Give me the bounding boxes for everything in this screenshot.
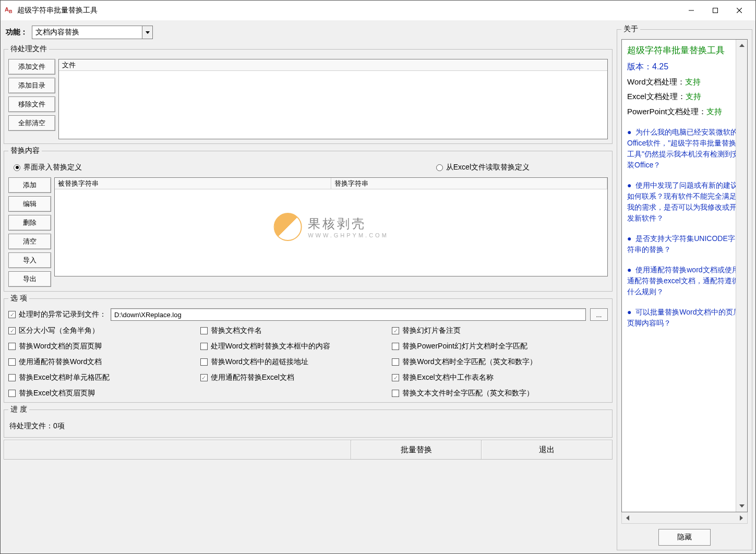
clear-rules-button[interactable]: 清空 xyxy=(8,234,51,249)
chk-excel-cell-match[interactable]: 替换Excel文档时单元格匹配 xyxy=(8,373,196,382)
chk-label: 替换PowerPoint幻灯片文档时全字匹配 xyxy=(402,342,527,351)
chk-replace-notes[interactable]: 替换幻灯片备注页 xyxy=(392,326,608,335)
chk-excel-header-footer[interactable]: 替换Excel文档页眉页脚 xyxy=(8,389,196,398)
import-rules-button[interactable]: 导入 xyxy=(8,252,51,268)
delete-rule-button[interactable]: 删除 xyxy=(8,215,51,231)
horizontal-scrollbar[interactable] xyxy=(621,512,748,524)
right-pane: 关于 超级字符串批量替换工具 版本：4.25 Word文档处理：支持 Excel… xyxy=(617,25,752,550)
faq-link-5[interactable]: ● 可以批量替换Word文档中的页眉页脚内容吗？ xyxy=(627,307,742,329)
add-dir-button[interactable]: 添加目录 xyxy=(8,78,55,93)
checkbox-icon xyxy=(8,390,16,397)
titlebar: AB 超级字符串批量替换工具 xyxy=(1,1,755,20)
chk-word-textbox[interactable]: 处理Word文档时替换文本框中的内容 xyxy=(200,342,388,351)
about-word: Word文档处理：支持 xyxy=(627,76,742,88)
browse-button[interactable]: ... xyxy=(590,308,608,321)
faq-link-4[interactable]: ● 使用通配符替换word文档或使用通配符替换excel文档，通配符遵循什么规则… xyxy=(627,264,742,297)
scroll-left-icon[interactable] xyxy=(622,512,633,523)
radio-icon xyxy=(14,164,20,171)
chk-label: 替换文本文件时全字匹配（英文和数字） xyxy=(402,389,534,398)
scroll-right-icon[interactable] xyxy=(736,512,747,523)
files-group: 待处理文件 添加文件 添加目录 移除文件 全部清空 文件 xyxy=(4,44,613,144)
chk-label: 替换Excel文档页眉页脚 xyxy=(19,389,95,398)
chk-label: 使用通配符替换Excel文档 xyxy=(211,373,294,382)
chk-label: 替换幻灯片备注页 xyxy=(402,326,461,335)
maximize-button[interactable] xyxy=(703,3,727,18)
about-title: 超级字符串批量替换工具 xyxy=(627,44,742,57)
chk-ppt-whole-word[interactable]: 替换PowerPoint幻灯片文档时全字匹配 xyxy=(392,342,608,351)
export-rules-button[interactable]: 导出 xyxy=(8,271,51,287)
add-rule-button[interactable]: 添加 xyxy=(8,177,51,193)
chk-text-whole-word[interactable]: 替换文本文件时全字匹配（英文和数字） xyxy=(392,389,608,398)
checkbox-icon xyxy=(392,358,399,366)
replace-table[interactable]: 被替换字符串 替换字符串 果核剥壳 WWW.GHPYM.COM xyxy=(54,177,608,276)
faq-link-1[interactable]: ● 为什么我的电脑已经安装微软的Office软件，"超级字符串批量替换工具"仍然… xyxy=(627,127,742,171)
radio-excel-input[interactable]: 从Excel文件读取替换定义 xyxy=(436,163,530,172)
replace-buttons: 添加 编辑 删除 清空 导入 导出 xyxy=(8,177,51,287)
radio-ui-input[interactable]: 界面录入替换定义 xyxy=(14,163,82,172)
chk-label: 区分大小写（全角半角） xyxy=(19,326,99,335)
edit-rule-button[interactable]: 编辑 xyxy=(8,196,51,212)
minimize-button[interactable] xyxy=(679,3,703,18)
empty-cell xyxy=(200,389,388,398)
chk-case-sensitive[interactable]: 区分大小写（全角半角） xyxy=(8,326,196,335)
chk-label: 使用通配符替换Word文档 xyxy=(19,357,102,367)
add-file-button[interactable]: 添加文件 xyxy=(8,59,55,75)
chk-word-wildcard[interactable]: 使用通配符替换Word文档 xyxy=(8,357,196,367)
scroll-track[interactable] xyxy=(736,51,747,500)
faq-link-2[interactable]: ● 使用中发现了问题或有新的建议如何联系？现有软件不能完全满足我的需求，是否可以… xyxy=(627,180,742,224)
watermark: 果核剥壳 WWW.GHPYM.COM xyxy=(273,213,389,241)
col-find[interactable]: 被替换字符串 xyxy=(55,178,331,189)
vertical-scrollbar[interactable] xyxy=(736,40,747,512)
batch-replace-button[interactable]: 批量替换 xyxy=(351,440,482,459)
left-pane: 功能： 文档内容替换 待处理文件 添加文件 添加目录 移除文件 全部清空 xyxy=(4,25,613,550)
faq-link-3[interactable]: ● 是否支持大字符集UNICODE字符串的替换？ xyxy=(627,233,742,255)
chk-word-whole-word[interactable]: 替换Word文档时全字匹配（英文和数字） xyxy=(392,357,608,367)
checkbox-icon xyxy=(392,374,399,381)
checkbox-icon xyxy=(200,374,208,381)
scroll-down-icon[interactable] xyxy=(736,500,747,512)
checkbox-icon xyxy=(8,374,16,381)
files-legend: 待处理文件 xyxy=(8,44,49,54)
col-replace[interactable]: 替换字符串 xyxy=(331,178,608,189)
status-cell xyxy=(4,440,351,459)
radio-label: 从Excel文件读取替换定义 xyxy=(446,163,530,172)
close-button[interactable] xyxy=(727,3,751,18)
chk-replace-filename[interactable]: 替换文档文件名 xyxy=(200,326,388,335)
log-path-input[interactable] xyxy=(111,308,586,321)
scroll-up-icon[interactable] xyxy=(736,40,747,51)
file-buttons: 添加文件 添加目录 移除文件 全部清空 xyxy=(8,59,55,139)
chk-log-errors[interactable]: 处理时的异常记录到文件： xyxy=(8,310,106,319)
file-list[interactable]: 文件 xyxy=(58,59,608,139)
clear-files-button[interactable]: 全部清空 xyxy=(8,115,55,131)
progress-legend: 进 度 xyxy=(8,405,29,414)
watermark-logo-icon xyxy=(273,213,302,241)
checkbox-icon xyxy=(200,358,208,366)
chk-label: 替换Word文档时全字匹配（英文和数字） xyxy=(402,357,536,367)
chk-word-header-footer[interactable]: 替换Word文档的页眉页脚 xyxy=(8,342,196,351)
exit-button[interactable]: 退出 xyxy=(482,440,612,459)
remove-file-button[interactable]: 移除文件 xyxy=(8,97,55,112)
file-list-header[interactable]: 文件 xyxy=(59,59,607,71)
scroll-track[interactable] xyxy=(633,512,736,523)
chevron-down-icon xyxy=(142,26,152,39)
about-excel: Excel文档处理：支持 xyxy=(627,91,742,103)
chk-label: 替换Word文档中的超链接地址 xyxy=(211,357,308,367)
chk-excel-wildcard[interactable]: 使用通配符替换Excel文档 xyxy=(200,373,388,382)
hide-button[interactable]: 隐藏 xyxy=(658,529,711,546)
svg-rect-1 xyxy=(713,8,718,13)
function-label: 功能： xyxy=(6,28,28,37)
chk-label: 替换Excel文档时单元格匹配 xyxy=(19,373,110,382)
chk-excel-sheet-name[interactable]: 替换Excel文档中工作表名称 xyxy=(392,373,608,382)
progress-text: 待处理文件：0项 xyxy=(8,419,608,433)
app-window: AB 超级字符串批量替换工具 功能： 文档内容替换 待处理文件 添加文件 xyxy=(0,0,756,554)
checkbox-icon xyxy=(392,327,399,334)
checkbox-icon xyxy=(8,358,16,366)
body: 功能： 文档内容替换 待处理文件 添加文件 添加目录 移除文件 全部清空 xyxy=(1,20,755,553)
about-legend: 关于 xyxy=(621,25,640,34)
checkbox-icon xyxy=(8,343,16,350)
function-select[interactable]: 文档内容替换 xyxy=(32,26,153,39)
function-row: 功能： 文档内容替换 xyxy=(4,25,613,42)
about-ppt: PowerPoint文档处理：支持 xyxy=(627,106,742,118)
chk-word-hyperlink[interactable]: 替换Word文档中的超链接地址 xyxy=(200,357,388,367)
chk-label: 替换Word文档的页眉页脚 xyxy=(19,342,102,351)
